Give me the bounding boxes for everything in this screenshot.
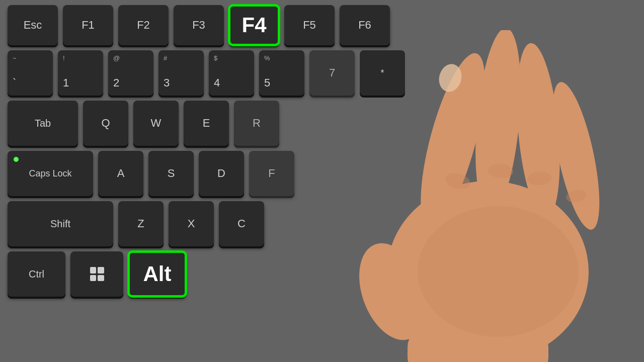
key-capslock[interactable]: Caps Lock xyxy=(8,151,93,196)
key-r-label: R xyxy=(253,117,261,130)
home-key-row: Caps Lock A S D F xyxy=(8,151,636,196)
key-q-label: Q xyxy=(101,117,110,130)
key-3-top: # xyxy=(164,54,167,62)
key-f1[interactable]: F1 xyxy=(63,5,113,45)
key-win[interactable] xyxy=(70,251,123,297)
key-1[interactable]: ! 1 xyxy=(58,50,103,96)
key-tab-label: Tab xyxy=(35,118,51,129)
key-f[interactable]: F xyxy=(249,151,294,196)
key-f-label: F xyxy=(268,167,275,180)
key-star-label: * xyxy=(380,68,384,78)
key-a[interactable]: A xyxy=(98,151,143,196)
key-shift-label: Shift xyxy=(50,218,70,230)
key-2-bot: 2 xyxy=(113,76,119,89)
key-4-top: $ xyxy=(214,54,217,62)
key-5[interactable]: % 5 xyxy=(259,50,304,96)
key-f4[interactable]: F4 xyxy=(229,5,279,45)
key-f3[interactable]: F3 xyxy=(174,5,224,45)
key-e-label: E xyxy=(203,117,210,130)
svg-rect-11 xyxy=(408,327,548,362)
number-key-row: ~ ` ! 1 @ 2 # 3 $ 4 % 5 7 * xyxy=(8,50,636,96)
key-f6[interactable]: F6 xyxy=(340,5,390,45)
key-a-label: A xyxy=(117,167,125,180)
key-f5[interactable]: F5 xyxy=(284,5,335,45)
key-c[interactable]: C xyxy=(219,201,264,246)
key-4-bot: 4 xyxy=(214,76,220,89)
key-q[interactable]: Q xyxy=(83,101,128,146)
keyboard-background: Esc F1 F2 F3 F4 F5 F6 ~ ` ! 1 xyxy=(0,0,644,362)
windows-icon xyxy=(90,267,104,281)
key-x-label: X xyxy=(188,217,195,230)
key-w-label: W xyxy=(151,117,162,130)
key-tab[interactable]: Tab xyxy=(8,101,78,146)
key-esc[interactable]: Esc xyxy=(8,5,58,45)
key-tilde-top: ~ xyxy=(13,54,17,62)
key-capslock-label: Caps Lock xyxy=(29,168,71,179)
key-f1-label: F1 xyxy=(82,19,95,32)
key-d[interactable]: D xyxy=(199,151,244,196)
key-r[interactable]: R xyxy=(234,101,279,146)
key-s-label: S xyxy=(168,167,175,180)
key-2[interactable]: @ 2 xyxy=(108,50,153,96)
key-tilde[interactable]: ~ ` xyxy=(8,50,53,96)
key-alt-label: Alt xyxy=(143,262,172,286)
key-d-label: D xyxy=(217,167,225,180)
key-c-label: C xyxy=(237,217,246,230)
key-f4-label: F4 xyxy=(242,13,266,37)
key-ctrl[interactable]: Ctrl xyxy=(8,251,65,297)
key-3-bot: 3 xyxy=(164,76,170,89)
qwerty-key-row: Tab Q W E R xyxy=(8,101,636,146)
key-x[interactable]: X xyxy=(169,201,214,246)
key-7-label: 7 xyxy=(329,66,335,79)
key-star[interactable]: * xyxy=(360,50,405,96)
key-7[interactable]: 7 xyxy=(309,50,355,96)
key-shift[interactable]: Shift xyxy=(8,201,113,246)
key-f2-label: F2 xyxy=(137,19,150,32)
function-key-row: Esc F1 F2 F3 F4 F5 F6 xyxy=(8,5,636,45)
key-z-label: Z xyxy=(137,217,144,230)
key-3[interactable]: # 3 xyxy=(158,50,204,96)
key-w[interactable]: W xyxy=(133,101,179,146)
key-e[interactable]: E xyxy=(184,101,229,146)
key-1-bot: 1 xyxy=(63,76,69,89)
key-z[interactable]: Z xyxy=(118,201,164,246)
key-f2[interactable]: F2 xyxy=(118,5,169,45)
key-ctrl-label: Ctrl xyxy=(29,268,44,280)
key-5-top: % xyxy=(264,54,270,62)
key-5-bot: 5 xyxy=(264,76,270,89)
key-alt[interactable]: Alt xyxy=(128,251,186,297)
key-f6-label: F6 xyxy=(358,19,371,32)
key-2-top: @ xyxy=(113,54,120,62)
key-1-top: ! xyxy=(63,54,65,62)
zxcv-key-row: Shift Z X C xyxy=(8,201,636,246)
key-f5-label: F5 xyxy=(303,19,316,32)
key-4[interactable]: $ 4 xyxy=(209,50,254,96)
bottom-key-row: Ctrl Alt xyxy=(8,251,636,297)
key-tilde-bot: ` xyxy=(13,76,16,89)
capslock-indicator xyxy=(14,157,19,162)
key-s[interactable]: S xyxy=(148,151,194,196)
key-f3-label: F3 xyxy=(192,19,205,32)
key-esc-label: Esc xyxy=(24,19,42,32)
